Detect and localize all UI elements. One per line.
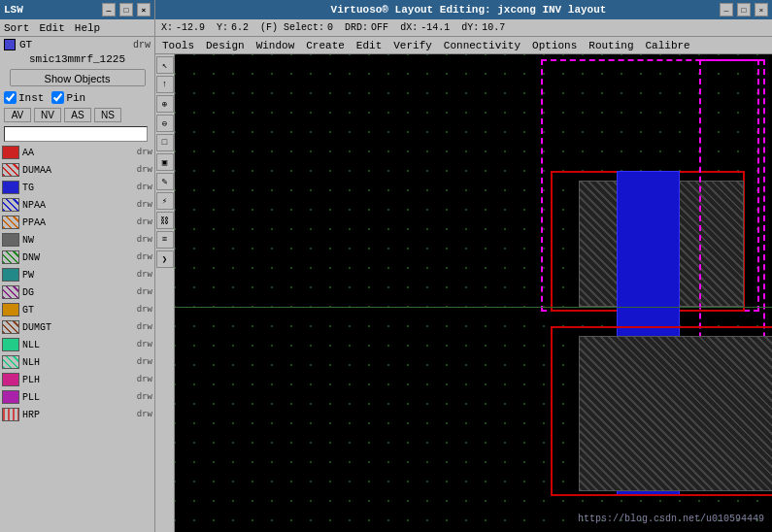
ns-button[interactable]: NS bbox=[94, 108, 121, 122]
tool-grid[interactable]: ≡ bbox=[156, 231, 174, 249]
tool-zoom-out[interactable]: ⊖ bbox=[156, 115, 174, 132]
layer-name: DG bbox=[22, 287, 134, 298]
tool-fit[interactable]: □ bbox=[156, 134, 174, 151]
layer-swatch bbox=[2, 163, 19, 177]
layer-item[interactable]: GT drw bbox=[0, 301, 154, 318]
app-close-button[interactable]: × bbox=[755, 3, 768, 17]
layer-item[interactable]: NPAA drw bbox=[0, 196, 154, 214]
lsw-current-cell: GT drw bbox=[0, 37, 154, 52]
lsw-menu-bar: Sort Edit Help bbox=[0, 19, 154, 37]
as-button[interactable]: AS bbox=[64, 108, 91, 122]
layer-name: NPAA bbox=[22, 200, 134, 211]
layer-item[interactable]: PLH drw bbox=[0, 371, 154, 388]
layer-type: drw bbox=[137, 375, 152, 384]
lsw-close-button[interactable]: × bbox=[137, 3, 151, 17]
menu-create[interactable]: Create bbox=[301, 37, 350, 54]
menu-options[interactable]: Options bbox=[527, 37, 582, 54]
inst-checkbox-label[interactable]: Inst bbox=[4, 91, 44, 104]
tool-chain[interactable]: ⛓ bbox=[156, 212, 174, 229]
app-title-bar: Virtuoso® Layout Editing: jxcong INV lay… bbox=[155, 0, 772, 19]
coord-dy: dY: 10.7 bbox=[461, 22, 505, 33]
layer-name: DUMAA bbox=[22, 165, 134, 176]
layer-type: drw bbox=[137, 148, 152, 157]
layer-type: drw bbox=[137, 165, 152, 175]
lsw-menu-edit[interactable]: Edit bbox=[37, 22, 66, 34]
layer-type: drw bbox=[137, 235, 152, 245]
layer-item[interactable]: NLH drw bbox=[0, 353, 154, 371]
layer-name: PW bbox=[22, 270, 134, 281]
shape-red-bottom bbox=[551, 326, 772, 496]
lsw-panel: LSW — □ × Sort Edit Help GT drw smic13mm… bbox=[0, 0, 155, 532]
layer-item[interactable]: PLL drw bbox=[0, 388, 154, 406]
show-objects-button[interactable]: Show Objects bbox=[10, 69, 146, 86]
layer-item[interactable]: DUMGT drw bbox=[0, 318, 154, 336]
pin-checkbox-label[interactable]: Pin bbox=[51, 91, 85, 104]
menu-verify[interactable]: Verify bbox=[388, 37, 437, 54]
layer-item[interactable]: NLL drw bbox=[0, 336, 154, 353]
layer-search-input[interactable] bbox=[4, 126, 148, 142]
menu-edit[interactable]: Edit bbox=[352, 37, 386, 54]
shape-hatch-top bbox=[579, 181, 744, 307]
cell-name: GT bbox=[19, 39, 32, 50]
layer-swatch bbox=[2, 338, 19, 351]
layer-swatch bbox=[2, 320, 19, 334]
layer-swatch bbox=[2, 181, 19, 194]
layer-swatch bbox=[2, 146, 19, 159]
cell-full-name: smic13mmrf_1225 bbox=[0, 52, 154, 66]
lsw-minimize-button[interactable]: — bbox=[102, 3, 116, 17]
layer-swatch bbox=[2, 216, 19, 229]
layer-item[interactable]: DUMAA drw bbox=[0, 161, 154, 179]
tool-select[interactable]: ↖ bbox=[156, 56, 174, 74]
tool-up[interactable]: ↑ bbox=[156, 76, 174, 93]
layer-name: PPAA bbox=[22, 217, 134, 228]
layer-item[interactable]: DG drw bbox=[0, 283, 154, 301]
nv-button[interactable]: NV bbox=[34, 108, 61, 122]
lsw-nav-buttons: AV NV AS NS bbox=[0, 106, 154, 124]
shape-magenta-right bbox=[699, 59, 765, 407]
cell-color-swatch bbox=[4, 39, 16, 50]
watermark: https://blog.csdn.net/u010594449 bbox=[578, 514, 764, 524]
tool-pen[interactable]: ✎ bbox=[156, 173, 174, 190]
layer-item[interactable]: PPAA drw bbox=[0, 214, 154, 231]
coord-y: Y: 6.2 bbox=[217, 22, 249, 33]
layer-type: drw bbox=[137, 252, 152, 262]
layer-type: drw bbox=[137, 270, 152, 280]
tool-zoom-in[interactable]: ⊕ bbox=[156, 95, 174, 113]
layer-type: drw bbox=[137, 305, 152, 315]
layer-type: drw bbox=[137, 200, 152, 210]
layer-item[interactable]: AA drw bbox=[0, 144, 154, 161]
layer-type: drw bbox=[137, 287, 152, 297]
lsw-menu-help[interactable]: Help bbox=[73, 22, 102, 34]
toolbar-left: ↖ ↑ ⊕ ⊖ □ ▣ ✎ ⚡ ⛓ ≡ ❯ bbox=[155, 54, 175, 532]
tool-route-next[interactable]: ❯ bbox=[156, 250, 174, 268]
lsw-menu-sort[interactable]: Sort bbox=[2, 22, 31, 34]
menu-calibre[interactable]: Calibre bbox=[641, 37, 695, 54]
layer-item[interactable]: HRP drw bbox=[0, 406, 154, 423]
tool-box[interactable]: ▣ bbox=[156, 153, 174, 171]
shape-hatch-bottom bbox=[579, 336, 772, 491]
layer-item[interactable]: TG drw bbox=[0, 179, 154, 196]
inst-checkbox[interactable] bbox=[4, 91, 17, 104]
menu-routing[interactable]: Routing bbox=[584, 37, 638, 54]
menu-window[interactable]: Window bbox=[252, 37, 300, 54]
layer-swatch bbox=[2, 390, 19, 404]
menu-design[interactable]: Design bbox=[201, 37, 250, 54]
layer-item[interactable]: DNW drw bbox=[0, 249, 154, 266]
app-maximize-button[interactable]: □ bbox=[737, 3, 751, 17]
layer-name: AA bbox=[22, 148, 134, 158]
shape-blue-bar bbox=[617, 171, 680, 496]
shape-magenta-outer bbox=[541, 59, 759, 312]
tool-wire[interactable]: ⚡ bbox=[156, 192, 174, 210]
layer-name: PLL bbox=[22, 392, 134, 403]
av-button[interactable]: AV bbox=[4, 108, 31, 122]
lsw-title-bar: LSW — □ × bbox=[0, 0, 154, 19]
layer-swatch bbox=[2, 373, 19, 386]
menu-tools[interactable]: Tools bbox=[157, 37, 199, 54]
app-minimize-button[interactable]: — bbox=[720, 3, 733, 17]
lsw-maximize-button[interactable]: □ bbox=[119, 3, 133, 17]
layer-item[interactable]: PW drw bbox=[0, 266, 154, 283]
layer-item[interactable]: NW drw bbox=[0, 231, 154, 249]
pin-checkbox[interactable] bbox=[51, 91, 64, 104]
menu-connectivity[interactable]: Connectivity bbox=[439, 37, 525, 54]
canvas-viewport[interactable]: https://blog.csdn.net/u010594449 bbox=[175, 54, 772, 532]
